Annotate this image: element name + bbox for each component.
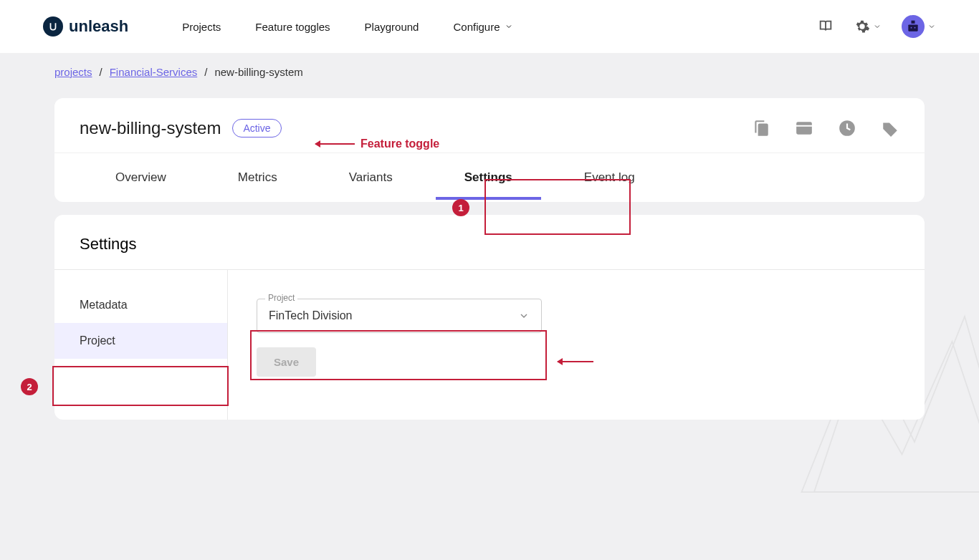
breadcrumb-project[interactable]: Financial-Services xyxy=(110,66,198,78)
settings-card: Settings Metadata Project Project FinTec… xyxy=(54,215,925,420)
breadcrumb-current: new-billing-system xyxy=(214,66,302,78)
project-select[interactable]: FinTech Division xyxy=(257,299,542,333)
status-badge: Active xyxy=(232,119,281,137)
annotation-bullet-1: 1 xyxy=(452,199,469,216)
tab-metrics[interactable]: Metrics xyxy=(202,153,313,202)
nav-playground[interactable]: Playground xyxy=(365,21,419,33)
annotation-bullet-2: 2 xyxy=(21,378,38,395)
tab-variants[interactable]: Variants xyxy=(313,153,429,202)
settings-heading: Settings xyxy=(54,215,925,269)
copy-icon[interactable] xyxy=(752,119,770,137)
archive-icon[interactable] xyxy=(795,119,813,137)
settings-nav: Metadata Project xyxy=(54,270,228,420)
chevron-down-icon xyxy=(927,22,936,31)
chevron-down-icon xyxy=(505,22,513,31)
breadcrumb: projects / Financial-Services / new-bill… xyxy=(0,53,979,91)
annotation-arrow-project xyxy=(558,354,593,367)
svg-rect-2 xyxy=(911,27,912,29)
settings-nav-metadata[interactable]: Metadata xyxy=(54,287,227,323)
header-actions xyxy=(817,15,936,38)
nav-projects[interactable]: Projects xyxy=(182,21,221,33)
project-select-value: FinTech Division xyxy=(269,309,352,322)
breadcrumb-separator: / xyxy=(204,66,207,78)
project-field-label: Project xyxy=(265,293,297,303)
feature-tabs: Overview Metrics Variants Settings Event… xyxy=(54,153,925,202)
chevron-down-icon xyxy=(873,22,882,31)
feature-actions xyxy=(752,119,899,137)
nav-configure-label: Configure xyxy=(453,21,500,33)
tab-settings[interactable]: Settings xyxy=(429,153,548,202)
settings-nav-project[interactable]: Project xyxy=(54,323,227,359)
svg-rect-3 xyxy=(914,27,916,29)
chevron-down-icon xyxy=(518,310,530,322)
settings-content: Project FinTech Division Save xyxy=(228,270,925,420)
breadcrumb-separator: / xyxy=(100,66,102,78)
tab-overview[interactable]: Overview xyxy=(80,153,202,202)
annotation-text: Feature toggle xyxy=(360,137,439,150)
logo[interactable]: unleash xyxy=(43,16,128,37)
breadcrumb-projects[interactable]: projects xyxy=(54,66,92,78)
svg-rect-1 xyxy=(908,25,917,32)
logo-text: unleash xyxy=(69,17,128,36)
svg-rect-0 xyxy=(912,21,915,24)
app-header: unleash Projects Feature toggles Playgro… xyxy=(0,0,979,53)
annotation-feature-toggle: Feature toggle xyxy=(315,137,439,150)
user-menu[interactable] xyxy=(902,15,936,38)
logo-mark xyxy=(43,16,63,37)
settings-menu[interactable] xyxy=(854,19,882,34)
clock-icon[interactable] xyxy=(838,119,856,137)
nav-toggles[interactable]: Feature toggles xyxy=(255,21,330,33)
tag-icon[interactable] xyxy=(881,119,899,137)
feature-header: new-billing-system Active xyxy=(54,98,925,153)
feature-name: new-billing-system xyxy=(80,118,221,138)
gear-icon xyxy=(854,19,870,34)
docs-icon[interactable] xyxy=(817,18,834,35)
feature-card: new-billing-system Active Overview xyxy=(54,98,925,202)
nav-configure[interactable]: Configure xyxy=(453,21,512,33)
main-nav: Projects Feature toggles Playground Conf… xyxy=(182,21,512,33)
tab-eventlog[interactable]: Event log xyxy=(548,153,671,202)
avatar xyxy=(902,15,925,38)
save-button[interactable]: Save xyxy=(257,347,316,377)
project-field: Project FinTech Division xyxy=(257,299,542,333)
settings-body: Metadata Project Project FinTech Divisio… xyxy=(54,269,925,420)
